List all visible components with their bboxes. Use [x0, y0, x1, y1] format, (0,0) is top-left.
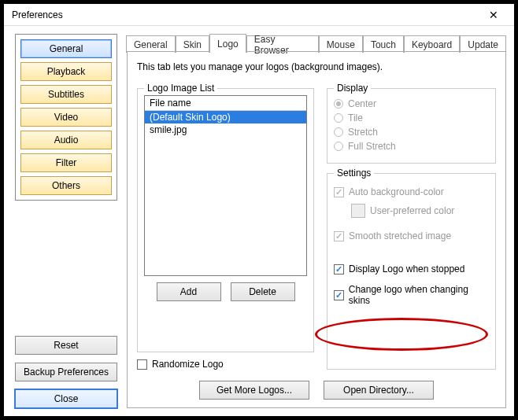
main-panel: General Skin Logo Easy Browser Mouse Tou…	[127, 34, 506, 408]
open-directory-button[interactable]: Open Directory...	[324, 381, 434, 400]
checkbox-icon	[334, 290, 344, 300]
logo-list[interactable]: File name (Default Skin Logo) smile.jpg	[144, 95, 307, 276]
category-label: Others	[52, 180, 80, 191]
category-label: Filter	[56, 157, 77, 168]
checkbox-label: Randomize Logo	[152, 359, 224, 370]
checkbox-icon	[334, 231, 344, 241]
category-filter[interactable]: Filter	[20, 153, 112, 172]
window-title: Preferences	[12, 9, 478, 20]
list-header: File name	[145, 96, 306, 111]
radio-label: Center	[348, 98, 376, 109]
tab-skin[interactable]: Skin	[176, 35, 209, 53]
delete-button[interactable]: Delete	[231, 282, 295, 301]
list-item[interactable]: smile.jpg	[145, 123, 306, 136]
tab-label: Logo	[217, 39, 239, 50]
radio-icon	[334, 99, 343, 109]
radio-label: Stretch	[348, 127, 378, 138]
button-label: Close	[54, 393, 79, 404]
radio-icon	[334, 142, 343, 151]
tab-keyboard[interactable]: Keyboard	[404, 35, 460, 53]
tab-description: This tab lets you manage your logos (bac…	[137, 61, 496, 72]
display-full-stretch-radio[interactable]: Full Stretch	[334, 141, 489, 152]
group-legend: Settings	[334, 168, 374, 179]
tab-mouse[interactable]: Mouse	[319, 35, 363, 53]
list-buttons: Add Delete	[144, 282, 307, 301]
backup-preferences-button[interactable]: Backup Preferences	[15, 363, 117, 381]
checkbox-icon	[334, 187, 344, 197]
close-button[interactable]: Close	[15, 389, 117, 408]
tab-easy-browser[interactable]: Easy Browser	[246, 35, 319, 53]
sidebar: General Playback Subtitles Video Audio F…	[15, 34, 117, 408]
tab-label: Skin	[183, 39, 202, 50]
tab-logo[interactable]: Logo	[209, 34, 246, 53]
button-label: Backup Preferences	[24, 367, 109, 378]
add-button[interactable]: Add	[157, 282, 221, 301]
list-item-text: smile.jpg	[150, 124, 187, 135]
display-group: Display Center Tile Stretc	[327, 88, 496, 164]
columns: Logo Image List File name (Default Skin …	[137, 83, 496, 370]
category-label: Audio	[54, 134, 79, 146]
titlebar: Preferences ✕	[4, 4, 514, 26]
tab-panel-logo: This tab lets you manage your logos (bac…	[127, 51, 506, 408]
get-more-logos-button[interactable]: Get More Logos...	[199, 381, 309, 400]
preferences-window: Preferences ✕ General Playback Subtitles…	[3, 3, 515, 417]
checkbox-label: Auto background-color	[349, 186, 444, 197]
auto-bg-color-checkbox[interactable]: Auto background-color	[334, 186, 489, 197]
checkbox-icon	[137, 359, 147, 370]
radio-icon	[334, 127, 343, 137]
category-label: Playback	[47, 66, 86, 77]
tab-strip: General Skin Logo Easy Browser Mouse Tou…	[126, 34, 506, 51]
color-swatch[interactable]	[351, 204, 365, 218]
checkbox-label: Change logo when changing skins	[349, 284, 489, 306]
window-close-button[interactable]: ✕	[478, 6, 509, 24]
radio-label: Full Stretch	[348, 141, 396, 152]
group-legend: Display	[334, 83, 371, 94]
category-label: Subtitles	[48, 89, 84, 100]
col-right: Display Center Tile Stretc	[327, 83, 496, 370]
bottom-buttons: Get More Logos... Open Directory...	[137, 376, 496, 400]
tab-update[interactable]: Update	[460, 35, 506, 53]
category-video[interactable]: Video	[20, 108, 112, 127]
color-label: User-preferred color	[370, 205, 454, 216]
button-label: Add	[180, 286, 197, 297]
button-label: Open Directory...	[343, 385, 414, 396]
window-body: General Playback Subtitles Video Audio F…	[4, 26, 514, 416]
button-label: Delete	[249, 286, 276, 297]
tab-label: Touch	[371, 39, 396, 50]
button-label: Reset	[54, 340, 78, 351]
list-item[interactable]: (Default Skin Logo)	[145, 111, 306, 123]
checkbox-label: Smooth stretched image	[349, 230, 451, 241]
user-color-row: User-preferred color	[351, 204, 489, 218]
randomize-logo-checkbox[interactable]: Randomize Logo	[137, 359, 314, 370]
category-label: Video	[54, 112, 78, 123]
button-label: Get More Logos...	[216, 385, 292, 396]
category-box: General Playback Subtitles Video Audio F…	[15, 34, 117, 201]
reset-button[interactable]: Reset	[15, 336, 117, 355]
tab-label: Mouse	[327, 39, 355, 50]
checkbox-icon	[334, 264, 344, 274]
radio-icon	[334, 113, 343, 123]
tab-label: Keyboard	[412, 39, 452, 50]
display-tile-radio[interactable]: Tile	[334, 112, 489, 123]
list-item-text: (Default Skin Logo)	[150, 112, 231, 123]
category-general[interactable]: General	[20, 39, 112, 58]
settings-group: Settings Auto background-color User-pref…	[327, 173, 496, 370]
category-playback[interactable]: Playback	[20, 62, 112, 81]
display-center-radio[interactable]: Center	[334, 98, 489, 109]
smooth-stretched-checkbox[interactable]: Smooth stretched image	[334, 230, 489, 241]
display-stretch-radio[interactable]: Stretch	[334, 127, 489, 138]
radio-label: Tile	[348, 112, 363, 123]
category-subtitles[interactable]: Subtitles	[20, 85, 112, 104]
tab-general[interactable]: General	[126, 35, 176, 53]
category-others[interactable]: Others	[20, 176, 112, 195]
tab-label: General	[134, 39, 168, 50]
category-audio[interactable]: Audio	[20, 131, 112, 149]
group-legend: Logo Image List	[144, 83, 217, 94]
tab-label: Update	[468, 39, 498, 50]
display-logo-when-stopped-checkbox[interactable]: Display Logo when stopped	[334, 263, 489, 274]
tab-touch[interactable]: Touch	[363, 35, 404, 53]
category-label: General	[50, 43, 83, 54]
col-left: Logo Image List File name (Default Skin …	[137, 83, 314, 370]
change-logo-on-skin-checkbox[interactable]: Change logo when changing skins	[334, 284, 489, 306]
checkbox-label: Display Logo when stopped	[349, 263, 464, 274]
